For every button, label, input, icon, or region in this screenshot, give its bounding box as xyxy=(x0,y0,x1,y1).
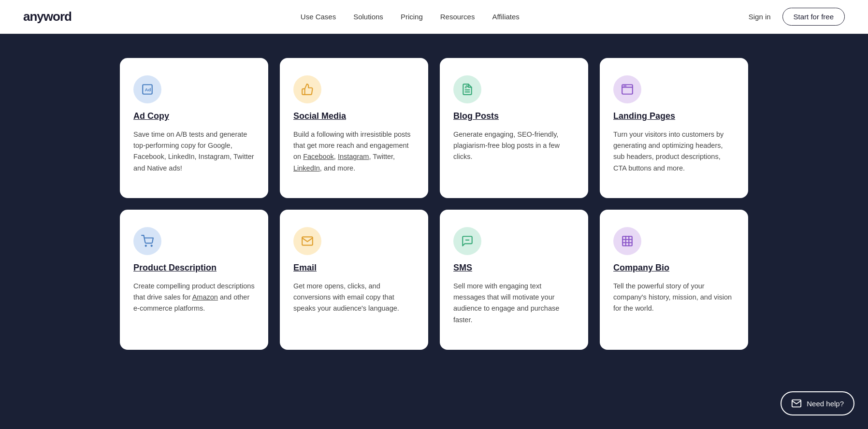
nav-solutions[interactable]: Solutions xyxy=(353,13,383,21)
help-mail-icon xyxy=(791,398,802,409)
card-company-bio: Company Bio Tell the powerful story of y… xyxy=(600,210,748,350)
nav-use-cases[interactable]: Use Cases xyxy=(301,13,336,21)
svg-point-10 xyxy=(151,245,152,246)
blog-posts-icon-wrapper xyxy=(453,75,481,103)
email-icon-wrapper xyxy=(293,227,321,255)
email-title[interactable]: Email xyxy=(293,263,415,273)
company-bio-title[interactable]: Company Bio xyxy=(613,263,735,273)
svg-rect-12 xyxy=(622,236,632,246)
card-email: Email Get more opens, clicks, and conver… xyxy=(280,210,428,350)
chat-icon xyxy=(461,235,474,247)
company-bio-icon-wrapper xyxy=(613,227,641,255)
svg-text:Ad: Ad xyxy=(145,87,151,92)
ad-copy-icon-wrapper: Ad xyxy=(133,75,161,103)
svg-point-9 xyxy=(145,245,146,246)
card-social-media: Social Media Build a following with irre… xyxy=(280,58,428,198)
social-media-title[interactable]: Social Media xyxy=(293,111,415,121)
email-desc: Get more opens, clicks, and conversions … xyxy=(293,281,415,332)
browser-icon xyxy=(621,83,634,96)
social-media-desc: Build a following with irresistible post… xyxy=(293,129,415,181)
instagram-link[interactable]: Instagram xyxy=(338,153,369,160)
nav-pricing[interactable]: Pricing xyxy=(401,13,423,21)
nav-resources[interactable]: Resources xyxy=(440,13,475,21)
linkedin-link[interactable]: LinkedIn xyxy=(293,164,320,172)
nav-links: Use Cases Solutions Pricing Resources Af… xyxy=(301,13,520,21)
thumbsup-icon xyxy=(301,83,314,96)
start-free-button[interactable]: Start for free xyxy=(782,8,845,26)
landing-pages-icon-wrapper xyxy=(613,75,641,103)
card-sms: SMS Sell more with engaging text message… xyxy=(440,210,588,350)
nav-actions: Sign in Start for free xyxy=(749,8,845,26)
product-desc-title[interactable]: Product Description xyxy=(133,263,255,273)
sign-in-link[interactable]: Sign in xyxy=(749,13,771,21)
sms-title[interactable]: SMS xyxy=(453,263,575,273)
ad-copy-desc: Save time on A/B tests and generate top-… xyxy=(133,129,255,181)
facebook-link[interactable]: Facebook xyxy=(303,153,334,160)
company-bio-desc: Tell the powerful story of your company'… xyxy=(613,281,735,332)
help-button[interactable]: Need help? xyxy=(781,391,854,415)
logo: anyword xyxy=(23,9,72,24)
email-icon xyxy=(301,235,314,247)
main-content: Ad Ad Copy Save time on A/B tests and ge… xyxy=(0,34,868,429)
card-product-description: Product Description Create compelling pr… xyxy=(120,210,268,350)
card-blog-posts: Blog Posts Generate engaging, SEO-friend… xyxy=(440,58,588,198)
cart-icon xyxy=(141,235,154,247)
social-media-icon-wrapper xyxy=(293,75,321,103)
product-desc-desc: Create compelling product descriptions t… xyxy=(133,281,255,332)
card-landing-pages: Landing Pages Turn your visitors into cu… xyxy=(600,58,748,198)
product-desc-icon-wrapper xyxy=(133,227,161,255)
card-ad-copy: Ad Ad Copy Save time on A/B tests and ge… xyxy=(120,58,268,198)
landing-pages-desc: Turn your visitors into customers by gen… xyxy=(613,129,735,181)
navbar: anyword Use Cases Solutions Pricing Reso… xyxy=(0,0,868,34)
ad-icon: Ad xyxy=(141,83,154,96)
ad-copy-title[interactable]: Ad Copy xyxy=(133,111,255,121)
amazon-link[interactable]: Amazon xyxy=(192,293,218,301)
document-icon xyxy=(461,83,474,96)
help-label: Need help? xyxy=(807,400,844,408)
blog-posts-desc: Generate engaging, SEO-friendly, plagiar… xyxy=(453,129,575,181)
building-icon xyxy=(621,235,634,247)
nav-affiliates[interactable]: Affiliates xyxy=(492,13,519,21)
blog-posts-title[interactable]: Blog Posts xyxy=(453,111,575,121)
sms-desc: Sell more with engaging text messages th… xyxy=(453,281,575,332)
landing-pages-title[interactable]: Landing Pages xyxy=(613,111,735,121)
sms-icon-wrapper xyxy=(453,227,481,255)
cards-grid: Ad Ad Copy Save time on A/B tests and ge… xyxy=(120,58,748,350)
